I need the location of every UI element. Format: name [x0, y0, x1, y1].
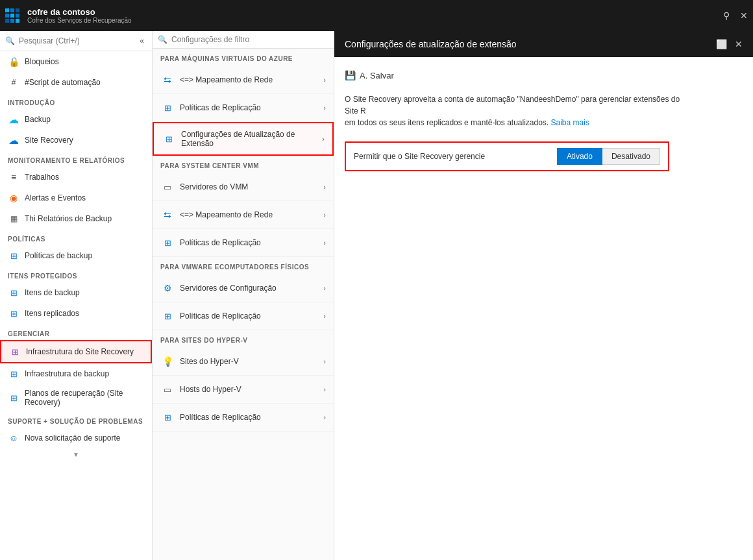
- script-icon: #: [8, 77, 19, 88]
- chevron-right-icon: ›: [323, 385, 326, 393]
- chevron-right-icon: ›: [323, 413, 326, 421]
- support-icon: ☺: [8, 432, 19, 444]
- scroll-indicator: ▼: [0, 448, 152, 461]
- reports-icon: ▦: [8, 213, 19, 225]
- sidebar-item-script[interactable]: # #Script de automação: [0, 72, 152, 93]
- toggle-on-button[interactable]: Ativado: [557, 148, 602, 165]
- sidebar-item-label: #Script de automação: [25, 78, 101, 87]
- close-right-panel-button[interactable]: ✕: [735, 39, 743, 49]
- vmm-server-icon: ▭: [160, 180, 175, 194]
- sidebar-item-backup[interactable]: ☁ Backup: [0, 109, 152, 130]
- main-layout: 🔍 « 🔒 Bloqueios # #Script de automação I…: [0, 31, 753, 560]
- jobs-icon: ≡: [8, 171, 19, 183]
- sidebar-item-infra-site-recovery[interactable]: ⊞ Infraestrutura do Site Recovery: [0, 340, 152, 363]
- sidebar-item-label: Site Recovery: [25, 136, 73, 145]
- middle-item-servidores-vmm[interactable]: ▭ Servidores do VMM ›: [153, 173, 334, 201]
- sidebar-item-label: Alertas e Eventos: [25, 193, 86, 202]
- middle-item-sites-hyperv[interactable]: 💡 Sites do Hyper-V ›: [153, 348, 334, 376]
- middle-item-politicas-hyperv[interactable]: ⊞ Políticas de Replicação ›: [153, 404, 334, 432]
- close-topbar-button[interactable]: ✕: [740, 10, 748, 21]
- network-vmm-icon: ⇆: [160, 208, 175, 222]
- right-panel: Configurações de atualização de extensão…: [334, 31, 753, 560]
- chevron-right-icon: ›: [323, 211, 326, 219]
- sidebar-item-label: Backup: [25, 115, 51, 124]
- middle-item-label: Configurações de Atualização de Extensão: [181, 130, 317, 148]
- save-icon: 💾: [345, 70, 356, 80]
- recovery-plans-icon: ⊞: [8, 392, 19, 404]
- app-title: cofre da contoso: [27, 7, 132, 17]
- middle-item-label: Servidores de Configuração: [180, 284, 318, 293]
- sidebar-item-itens-replicados[interactable]: ⊞ Itens replicados: [0, 303, 152, 324]
- right-panel-controls: ⬜ ✕: [716, 39, 743, 49]
- middle-panel: 🔍 PARA MÁQUINAS VIRTUAIS DO AZURE ⇆ <=> …: [153, 31, 334, 560]
- hyperv-hosts-icon: ▭: [160, 382, 175, 396]
- search-input[interactable]: [19, 36, 133, 45]
- sidebar-search-bar[interactable]: 🔍 «: [0, 31, 152, 51]
- right-panel-title: Configurações de atualização de extensão: [345, 39, 517, 49]
- saiba-mais-link[interactable]: Saiba mais: [551, 118, 589, 127]
- sidebar-item-relatorios[interactable]: ▦ Thi Relatórios de Backup: [0, 208, 152, 229]
- pin-button[interactable]: ⚲: [723, 10, 730, 21]
- section-label-suporte: SUPORTE + SOLUÇÃO DE PROBLEMAS: [0, 411, 152, 428]
- middle-item-label: Sites do Hyper-V: [180, 357, 318, 366]
- section-label-hyperv: PARA SITES DO HYPER-V: [153, 330, 334, 348]
- sidebar-item-trabalhos[interactable]: ≡ Trabalhos: [0, 167, 152, 188]
- chevron-right-icon: ›: [323, 312, 326, 320]
- middle-item-label: Políticas de Replicação: [180, 413, 318, 422]
- sidebar-item-infra-backup[interactable]: ⊞ Infraestrutura de backup: [0, 363, 152, 384]
- middle-item-config-atualizacao[interactable]: ⊞ Configurações de Atualização de Extens…: [153, 122, 334, 156]
- chevron-right-icon: ›: [322, 135, 325, 143]
- maximize-button[interactable]: ⬜: [716, 39, 727, 49]
- chevron-right-icon: ›: [323, 239, 326, 247]
- site-recovery-icon: ☁: [8, 134, 19, 146]
- middle-item-politicas-vmware[interactable]: ⊞ Políticas de Replicação ›: [153, 302, 334, 330]
- sidebar-item-bloqueios[interactable]: 🔒 Bloqueios: [0, 51, 152, 72]
- app-titles: cofre da contoso Cofre dos Serviços de R…: [27, 7, 132, 24]
- sidebar-item-site-recovery[interactable]: ☁ Site Recovery: [0, 130, 152, 151]
- sidebar-item-label: Nova solicitação de suporte: [25, 433, 120, 443]
- top-bar-actions: ⚲ ✕: [723, 10, 748, 21]
- middle-item-politicas-azure[interactable]: ⊞ Políticas de Replicação ›: [153, 94, 334, 122]
- middle-item-label: Políticas de Replicação: [180, 311, 318, 321]
- sidebar-item-label: Trabalhos: [25, 173, 59, 182]
- replication-vmware-icon: ⊞: [160, 309, 175, 323]
- sidebar-item-nova-solicitacao[interactable]: ☺ Nova solicitação de suporte: [0, 428, 152, 448]
- chevron-right-icon: ›: [323, 284, 326, 292]
- sidebar-item-label: Itens de backup: [25, 288, 80, 297]
- config-server-icon: ⚙: [160, 281, 175, 295]
- section-label-azure-vms: PARA MÁQUINAS VIRTUAIS DO AZURE: [153, 49, 334, 66]
- toggle-group: Ativado Desativado: [557, 148, 660, 165]
- filter-search-input[interactable]: [171, 35, 328, 44]
- toggle-off-button[interactable]: Desativado: [602, 148, 660, 165]
- setting-row-toggle: Permitir que o Site Recovery gerencie At…: [345, 141, 669, 171]
- collapse-button[interactable]: «: [137, 35, 147, 47]
- section-label-gerenciar: GERENCIAR: [0, 324, 152, 340]
- chevron-right-icon: ›: [323, 183, 326, 191]
- middle-item-mapeamento-rede-vmm[interactable]: ⇆ <=> Mapeamento de Rede ›: [153, 201, 334, 229]
- replicated-icon: ⊞: [8, 308, 19, 319]
- save-button[interactable]: 💾 A. Salvar: [345, 67, 743, 83]
- policies-icon: ⊞: [8, 250, 19, 262]
- sidebar-item-label: Planos de recuperação (Site Recovery): [25, 389, 144, 407]
- middle-search-bar[interactable]: 🔍: [153, 31, 334, 49]
- setting-label: Permitir que o Site Recovery gerencie: [354, 152, 547, 161]
- middle-item-hosts-hyperv[interactable]: ▭ Hosts do Hyper-V ›: [153, 376, 334, 404]
- sidebar-item-label: Itens replicados: [25, 309, 79, 318]
- backup-icon: ☁: [8, 114, 19, 125]
- sidebar-item-planos-recuperacao[interactable]: ⊞ Planos de recuperação (Site Recovery): [0, 384, 152, 411]
- update-config-icon: ⊞: [162, 132, 176, 146]
- right-panel-content: 💾 A. Salvar O Site Recovery aproveita a …: [334, 57, 753, 560]
- middle-item-servidores-config[interactable]: ⚙ Servidores de Configuração ›: [153, 274, 334, 302]
- section-label-monitoramento: MONITORAMENTO E RELATÓRIOS: [0, 151, 152, 167]
- replication-hyperv-icon: ⊞: [160, 410, 175, 424]
- sidebar-item-politicas-backup[interactable]: ⊞ Políticas de backup: [0, 245, 152, 266]
- sidebar-item-label: Infraestrutura de backup: [25, 369, 109, 378]
- sidebar-item-alertas[interactable]: ◉ Alertas e Eventos: [0, 188, 152, 208]
- middle-item-mapeamento-rede-azure[interactable]: ⇆ <=> Mapeamento de Rede ›: [153, 66, 334, 94]
- top-bar: cofre da contoso Cofre dos Serviços de R…: [0, 0, 753, 31]
- middle-item-politicas-vmm[interactable]: ⊞ Políticas de Replicação ›: [153, 229, 334, 257]
- scroll-down-icon: ▼: [73, 451, 79, 458]
- lock-icon: 🔒: [8, 56, 19, 67]
- infra-icon: ⊞: [9, 346, 21, 358]
- sidebar-item-itens-backup[interactable]: ⊞ Itens de backup: [0, 282, 152, 303]
